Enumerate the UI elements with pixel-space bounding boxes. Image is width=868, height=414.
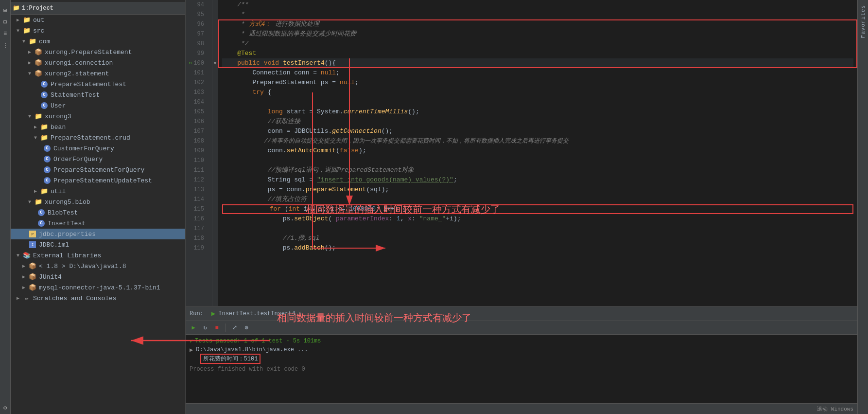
arrow-util: ▶ bbox=[34, 188, 40, 194]
structure-icon-3[interactable]: ≡ bbox=[1, 29, 10, 38]
tree-item-xurong2[interactable]: ▼ 📦 xurong2.statement bbox=[11, 68, 185, 79]
code-line-94: /** bbox=[222, 0, 853, 10]
java-icon-cfq bbox=[43, 144, 52, 152]
ln-111: 111 bbox=[186, 165, 208, 175]
run-tab-label: InsertTest.testInsert4 bbox=[218, 310, 295, 317]
ln-113: 113 bbox=[186, 185, 208, 195]
code-editor: 94 95 96 97 98 99 ↻100 101 102 103 104 1… bbox=[186, 0, 857, 306]
ln-104: 104 bbox=[186, 97, 208, 107]
structure-icon-1[interactable]: ⊞ bbox=[1, 6, 10, 15]
structure-icon-4[interactable]: ⋮ bbox=[1, 41, 10, 50]
tree-item-junit4[interactable]: ▶ 📦 JUnit4 bbox=[11, 271, 185, 282]
tree-item-util[interactable]: ▶ 📁 util bbox=[11, 186, 185, 197]
tree-item-scratches[interactable]: ▶ ✏ Scratches and Consoles bbox=[11, 293, 185, 304]
run-tab-bar: Run: ▶ InsertTest.testInsert4 × bbox=[186, 306, 857, 321]
java-icon-blob bbox=[37, 209, 46, 216]
code-text-area[interactable]: /** * * 方式4： 进行数据批处理 * 通过限制数据的事务提交减少时间花费 bbox=[218, 0, 857, 306]
tree-label-src: src bbox=[33, 27, 44, 35]
ln-109: 109 bbox=[186, 146, 208, 156]
tree-label-xurong2: xurong2.statement bbox=[45, 70, 109, 77]
run-settings-btn[interactable]: ⚙ bbox=[242, 323, 251, 333]
tree-item-xurong5[interactable]: ▼ 📁 xurong5.biob bbox=[11, 197, 185, 207]
ln-95: 95 bbox=[186, 10, 208, 19]
run-tab-insert[interactable]: ▶ InsertTest.testInsert4 × bbox=[208, 309, 305, 318]
tree-item-java18[interactable]: ▶ 📦 < 1.8 > D:\Java\java1.8 bbox=[11, 261, 185, 271]
tree-item-OrderForQuery[interactable]: OrderForQuery bbox=[11, 154, 185, 164]
tree-item-jdbc-properties[interactable]: P jdbc.properties bbox=[11, 229, 185, 239]
tree-label-xurong-prepare: xurong.PrepareStatement bbox=[45, 49, 132, 56]
tree-item-InsertTest[interactable]: InsertTest bbox=[11, 218, 185, 229]
ln-100: ↻100 bbox=[186, 58, 208, 68]
tree-item-BlobTest[interactable]: BlobTest bbox=[11, 207, 185, 218]
tree-item-CustomerForQuery[interactable]: CustomerForQuery bbox=[11, 143, 185, 154]
run-output-line-3: 所花费的时间：5101 bbox=[190, 354, 853, 363]
run-label: Run: bbox=[190, 310, 204, 317]
java-icon-user bbox=[40, 102, 49, 109]
tree-item-JDBC-iml[interactable]: I JDBC.iml bbox=[11, 239, 185, 250]
java-icon-ps-test bbox=[40, 80, 49, 88]
run-expand-btn[interactable]: ⤢ bbox=[230, 323, 240, 333]
scratch-icon: ✏ bbox=[22, 294, 31, 302]
tree-label-jdbc: jdbc.properties bbox=[39, 231, 96, 238]
java-icon-st bbox=[40, 91, 49, 99]
code-line-98: */ bbox=[222, 39, 853, 49]
tree-label-util: util bbox=[51, 188, 66, 195]
lib-icon-ext: 📚 bbox=[22, 252, 31, 259]
tree-item-crud[interactable]: ▼ 📁 PrepareStatement.crud bbox=[11, 132, 185, 143]
run-rerun-btn[interactable]: ↻ bbox=[200, 323, 210, 333]
structure-icon-5[interactable]: ⚙ bbox=[1, 403, 10, 412]
run-tab-close-icon[interactable]: × bbox=[298, 311, 301, 316]
arrow-xurong5: ▼ bbox=[28, 199, 34, 205]
tree-item-bean[interactable]: ▶ 📁 bean bbox=[11, 122, 185, 132]
tree-item-mysql-connector[interactable]: ▶ 📦 mysql-connector-java-5.1.37-bin1 bbox=[11, 282, 185, 293]
tree-item-PrepareStatementForQuery[interactable]: PrepareStatementForQuery bbox=[11, 164, 185, 175]
ln-107: 107 bbox=[186, 126, 208, 136]
tree-item-xurong3[interactable]: ▼ 📁 xurong3 bbox=[11, 111, 185, 122]
run-stop-btn[interactable]: ■ bbox=[212, 323, 222, 333]
tree-label-xurong5: xurong5.biob bbox=[45, 198, 90, 206]
tree-item-PrepareStatementTest[interactable]: PrepareStatementTest bbox=[11, 79, 185, 90]
run-toolbar: ▶ ↻ ■ ⤢ ⚙ bbox=[186, 321, 857, 335]
arrow-src: ▼ bbox=[17, 28, 22, 34]
run-play-btn[interactable]: ▶ bbox=[189, 323, 198, 333]
run-output-highlighted: 所花费的时间：5101 bbox=[200, 354, 261, 364]
code-line-112: String sql = "insert into gooods(name) v… bbox=[222, 175, 853, 185]
tree-label-ext-libs: External Libraries bbox=[33, 252, 101, 259]
ln-106: 106 bbox=[186, 117, 208, 126]
project-root[interactable]: 📁 1:Project bbox=[11, 2, 185, 15]
arrow-ext-libs: ▼ bbox=[17, 253, 22, 258]
tree-item-User[interactable]: User bbox=[11, 100, 185, 111]
tree-item-com[interactable]: ▼ 📁 com bbox=[11, 36, 185, 47]
ln-101: 101 bbox=[186, 68, 208, 78]
tree-item-external-libs[interactable]: ▼ 📚 External Libraries bbox=[11, 250, 185, 261]
arrow-crud: ▼ bbox=[34, 135, 40, 141]
java-icon-insert bbox=[37, 219, 46, 227]
folder-icon-src: 📁 bbox=[22, 27, 31, 35]
tree-item-xurong-prepare[interactable]: ▶ 📦 xurong.PrepareStatement bbox=[11, 47, 185, 57]
status-windows: 滚动 Windows bbox=[817, 405, 853, 413]
arrow-xurong1: ▶ bbox=[28, 60, 34, 66]
code-line-100: public void testInsert4(){ bbox=[222, 58, 853, 68]
status-bar: 滚动 Windows bbox=[186, 403, 857, 414]
run-tab-play-icon: ▶ bbox=[211, 309, 215, 318]
arrow-xurong2: ▼ bbox=[28, 71, 34, 76]
z-structure-panel: ⊞ ⊟ ≡ ⋮ ⚙ bbox=[0, 0, 11, 414]
tree-item-PrepareStatementUpdateTest[interactable]: PrepareStatementUpdateTest bbox=[11, 175, 185, 186]
iml-icon: I bbox=[28, 241, 37, 249]
tree-item-xurong1[interactable]: ▶ 📦 xurong1.connection bbox=[11, 57, 185, 68]
tree-label-cfq: CustomerForQuery bbox=[53, 145, 114, 152]
tree-item-out[interactable]: ▶ 📁 out bbox=[11, 15, 185, 25]
code-content: 94 95 96 97 98 99 ↻100 101 102 103 104 1… bbox=[186, 0, 857, 306]
cmd-icon: ▶ bbox=[190, 346, 193, 354]
ln-114: 114 bbox=[186, 195, 208, 204]
tree-item-StatementTest[interactable]: StatementTest bbox=[11, 90, 185, 100]
structure-icon-2[interactable]: ⊟ bbox=[1, 18, 10, 26]
tree-label-xurong3: xurong3 bbox=[45, 113, 71, 120]
code-line-107: conn = JDBCUtils.getConnection(); bbox=[222, 126, 853, 136]
tree-label-junit4: JUnit4 bbox=[39, 273, 62, 281]
run-output-text-2: D:\Java\java1.8\bin\java.exe ... bbox=[196, 346, 308, 353]
check-icon: ✓ bbox=[190, 338, 193, 345]
code-line-116: ps.setObject( parameterIndex: 1, x: "nam… bbox=[222, 214, 853, 224]
ln-115: 115 bbox=[186, 204, 208, 214]
tree-item-src[interactable]: ▼ 📁 src bbox=[11, 25, 185, 36]
